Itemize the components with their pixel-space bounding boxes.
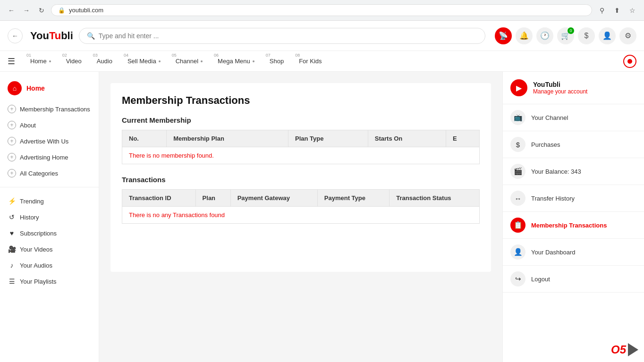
- live-icon: 📡: [499, 31, 508, 40]
- video-icon: 🎥: [8, 245, 16, 253]
- sidebar-item-about[interactable]: + About: [0, 117, 99, 133]
- sidebar-item-membership-transactions[interactable]: + Membership Transactions: [0, 101, 99, 117]
- sidebar-item-your-videos[interactable]: 🎥 Your Videos: [0, 241, 99, 257]
- browser-search-btn[interactable]: ⚲: [596, 4, 608, 17]
- browser-back-btn[interactable]: ←: [6, 5, 17, 16]
- membership-col-extra: E: [446, 130, 479, 147]
- clock-icon-btn[interactable]: 🕐: [536, 27, 553, 44]
- browser-url: youtubli.com: [69, 7, 103, 14]
- sidebar-item-trending[interactable]: ⚡ Trending: [0, 193, 99, 209]
- record-btn[interactable]: [623, 55, 636, 68]
- lock-icon: 🔒: [58, 7, 65, 14]
- nav-num-shop: 07: [266, 53, 271, 58]
- live-icon-btn[interactable]: 📡: [495, 27, 512, 44]
- sidebar-item-advertising-home[interactable]: + Advertising Home: [0, 149, 99, 165]
- right-menu-balance[interactable]: 🎬 Your Balance: 343: [503, 158, 644, 185]
- logout-icon: ↪: [510, 271, 525, 286]
- audio-icon: ♪: [8, 261, 16, 269]
- dollar-icon-btn[interactable]: $: [578, 27, 595, 44]
- nav-item-audio[interactable]: 03 Audio: [89, 51, 120, 72]
- nav-label-sell-media: Sell Media: [127, 58, 161, 65]
- nav-label-home: Home: [30, 58, 51, 65]
- top-header: ← YouTubli 🔍 📡 🔔 🕐 🛒 0 $: [0, 21, 644, 51]
- logo[interactable]: YouTubli: [30, 30, 73, 42]
- browser-bookmark-btn[interactable]: ☆: [626, 4, 638, 17]
- transaction-col-status: Transaction Status: [390, 190, 480, 207]
- purchases-icon: $: [510, 137, 525, 152]
- right-menu-your-channel[interactable]: 📺 Your Channel: [503, 104, 644, 131]
- gear-icon: ⚙: [625, 31, 631, 40]
- user-icon: 👤: [602, 31, 612, 40]
- sidebar-label-your-audios: Your Audios: [20, 262, 52, 269]
- nav-item-sell-media[interactable]: 04 Sell Media: [120, 51, 168, 72]
- nav-item-for-kids[interactable]: 08 For Kids: [291, 51, 329, 72]
- current-membership-title: Current Membership: [122, 116, 480, 124]
- heart-icon: ♥: [8, 229, 16, 237]
- right-menu-membership-transactions[interactable]: 📋 Membership Transactions: [503, 212, 644, 239]
- transaction-col-id: Transaction ID: [122, 190, 196, 207]
- user-icon-btn[interactable]: 👤: [599, 27, 616, 44]
- search-input[interactable]: [99, 32, 477, 40]
- right-menu-your-dashboard[interactable]: 👤 Your Dashboard: [503, 239, 644, 266]
- sidebar-label-all-categories: All Categories: [20, 170, 58, 177]
- membership-no-data-msg: There is no membership found.: [129, 147, 214, 164]
- nav-item-shop[interactable]: 07 Shop: [262, 51, 291, 72]
- content-card: Membership Transactions Current Membersh…: [110, 83, 491, 272]
- nav-item-home[interactable]: 01 Home: [23, 51, 59, 72]
- manage-account-link[interactable]: Manage your account: [533, 88, 587, 95]
- browser-share-btn[interactable]: ⬆: [611, 4, 623, 17]
- nav-num-audio: 03: [93, 53, 98, 58]
- search-icon: 🔍: [87, 32, 95, 40]
- left-sidebar: ⌂ Home + Membership Transactions + About…: [0, 72, 99, 362]
- nav-num-mega-menu: 06: [214, 53, 219, 58]
- sidebar-plus-section: + Membership Transactions + About + Adve…: [0, 99, 99, 183]
- browser-icons: ⚲ ⬆ ☆: [596, 4, 638, 17]
- right-user-section: ▶ YouTubli Manage your account: [503, 72, 644, 104]
- plus-icon-all-categories: +: [8, 169, 16, 177]
- nav-num-sell-media: 04: [124, 53, 128, 58]
- membership-col-type: Plan Type: [288, 130, 368, 147]
- browser-forward-btn[interactable]: →: [21, 5, 32, 16]
- dollar-icon: $: [585, 32, 589, 40]
- browser-reload-btn[interactable]: ↻: [36, 5, 47, 16]
- sidebar-item-advertise[interactable]: + Advertise With Us: [0, 133, 99, 149]
- right-menu-logout[interactable]: ↪ Logout: [503, 266, 644, 293]
- sidebar-home-item[interactable]: ⌂ Home: [0, 77, 99, 99]
- bell-icon-btn[interactable]: 🔔: [516, 27, 533, 44]
- sidebar-item-all-categories[interactable]: + All Categories: [0, 165, 99, 181]
- balance-icon: 🎬: [510, 164, 525, 179]
- right-username: YouTubli: [533, 81, 587, 88]
- record-inner-icon: [627, 59, 632, 64]
- membership-col-starts: Starts On: [368, 130, 446, 147]
- sidebar-item-your-playlists[interactable]: ☰ Your Playlists: [0, 273, 99, 289]
- sidebar-item-your-audios[interactable]: ♪ Your Audios: [0, 257, 99, 273]
- plus-icon-membership: +: [8, 105, 16, 113]
- right-menu-transfer-history[interactable]: ↔ Transfer History: [503, 185, 644, 212]
- sidebar-label-advertise: Advertise With Us: [20, 138, 68, 145]
- right-menu-purchases[interactable]: $ Purchases: [503, 131, 644, 158]
- right-menu-label-transfer-history: Transfer History: [531, 195, 575, 202]
- logo-bili: bli: [61, 30, 73, 42]
- main-content: Membership Transactions Current Membersh…: [99, 72, 502, 362]
- play-triangle-icon: [628, 343, 638, 356]
- nav-item-mega-menu[interactable]: 06 Mega Menu: [210, 51, 262, 72]
- right-menu-label-logout: Logout: [531, 276, 550, 283]
- header-back-btn[interactable]: ←: [8, 28, 23, 43]
- plus-icon-advertising-home: +: [8, 153, 16, 161]
- transaction-col-plan: Plan: [195, 190, 230, 207]
- nav-label-shop: Shop: [270, 58, 284, 65]
- membership-col-plan: Membership Plan: [167, 130, 288, 147]
- membership-table-header-row: No. Membership Plan Plan Type Starts On …: [122, 130, 480, 147]
- search-bar[interactable]: 🔍: [79, 28, 485, 44]
- nav-num-video: 02: [62, 53, 67, 58]
- sidebar-item-history[interactable]: ↺ History: [0, 209, 99, 225]
- settings-icon-btn[interactable]: ⚙: [619, 27, 636, 44]
- nav-item-channel[interactable]: 05 Channel: [168, 51, 210, 72]
- right-menu-label-balance: Your Balance: 343: [531, 168, 581, 175]
- nav-item-video[interactable]: 02 Video: [59, 51, 89, 72]
- sidebar-label-membership-transactions: Membership Transactions: [20, 106, 90, 113]
- hamburger-icon[interactable]: ☰: [8, 56, 15, 67]
- cart-icon-btn[interactable]: 🛒 0: [557, 27, 574, 44]
- sidebar-item-subscriptions[interactable]: ♥ Subscriptions: [0, 225, 99, 241]
- nav-bar: ☰ 01 Home 02 Video 03 Audio 04 Sell Medi…: [0, 51, 644, 72]
